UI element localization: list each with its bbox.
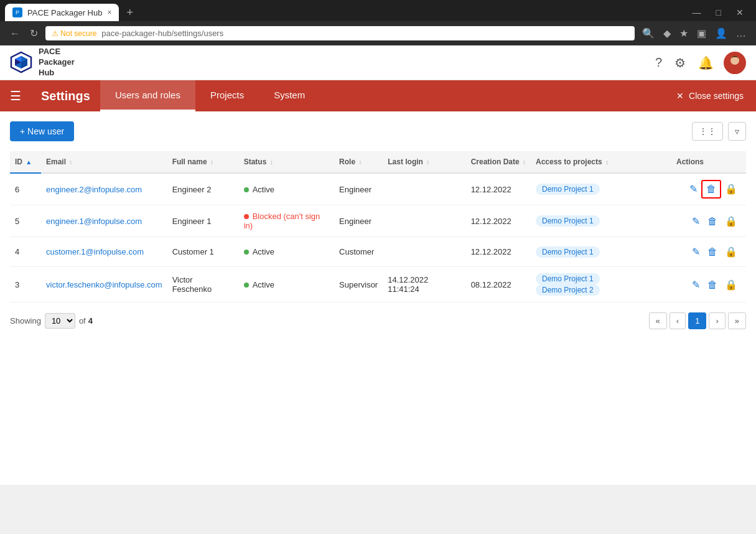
email-link[interactable]: engineer.1@infopulse.com [46, 217, 142, 226]
pagination-bar: Showing 10 25 50 of 4 « ‹ 1 › » [10, 312, 746, 329]
per-page-select[interactable]: 10 25 50 [45, 313, 75, 329]
last-page-btn[interactable]: » [728, 312, 746, 329]
cell-id: 5 [10, 205, 41, 237]
page-1-btn[interactable]: 1 [688, 312, 706, 329]
lock-user-btn[interactable]: 🔒 [721, 180, 741, 197]
lock-user-btn[interactable]: 🔒 [721, 276, 741, 293]
favorites-btn[interactable]: ★ [677, 25, 691, 42]
col-header-lastlogin[interactable]: Last login ↕ [383, 151, 465, 173]
close-btn[interactable]: ✕ [729, 5, 751, 20]
settings-gear-btn[interactable]: ⚙ [672, 53, 688, 73]
help-btn[interactable]: ? [653, 53, 665, 72]
col-header-creationdate[interactable]: Creation Date ↕ [466, 151, 531, 173]
delete-user-btn[interactable]: 🗑 [704, 277, 721, 293]
cell-email[interactable]: engineer.1@infopulse.com [41, 205, 167, 237]
tab-projects[interactable]: Projects [195, 80, 259, 111]
settings-title: Settings [31, 80, 100, 111]
sort-icon-status: ↕ [270, 159, 273, 166]
first-page-btn[interactable]: « [649, 312, 667, 329]
table-row: 4customer.1@infopulse.comCustomer 1Activ… [10, 237, 746, 267]
delete-user-btn[interactable]: 🗑 [704, 213, 721, 230]
settings-bar: ☰ Settings Users and roles Projects Syst… [0, 80, 756, 111]
new-tab-btn[interactable]: + [121, 5, 138, 21]
address-box[interactable]: ⚠ Not secure pace-packager-hub/settings/… [45, 26, 635, 40]
back-btn[interactable]: ← [7, 26, 22, 42]
next-page-btn[interactable]: › [709, 312, 725, 329]
col-header-email[interactable]: Email ↕ [41, 151, 167, 173]
cell-email[interactable]: customer.1@infopulse.com [41, 237, 167, 267]
cell-email[interactable]: engineer.2@infopulse.com [41, 173, 167, 205]
cell-role: Supervisor [334, 267, 383, 302]
cell-email[interactable]: victor.feschenko@infopulse.com [41, 267, 167, 302]
edit-user-btn[interactable]: ✎ [688, 213, 704, 230]
header-actions: ? ⚙ 🔔 [653, 52, 746, 74]
logo-svg [10, 51, 32, 73]
table-row: 3victor.feschenko@infopulse.comVictor Fe… [10, 267, 746, 302]
search-icon-btn[interactable]: 🔍 [640, 25, 657, 42]
cell-id: 3 [10, 267, 41, 302]
cell-last-login [383, 205, 465, 237]
minimize-btn[interactable]: — [685, 5, 709, 20]
total-count: 4 [88, 316, 93, 326]
delete-user-btn[interactable]: 🗑 [704, 244, 721, 260]
address-url: pace-packager-hub/settings/users [101, 29, 223, 38]
sort-icon-role: ↕ [358, 159, 362, 166]
profile-btn[interactable]: 👤 [712, 25, 730, 42]
filter-btn[interactable]: ▿ [728, 122, 746, 141]
refresh-btn[interactable]: ↻ [27, 25, 40, 42]
sort-icon-fullname: ↕ [210, 159, 213, 166]
status-dot [244, 187, 249, 192]
pagination-controls: « ‹ 1 › » [649, 312, 746, 329]
delete-user-btn[interactable]: 🗑 [701, 180, 721, 199]
email-link[interactable]: engineer.2@infopulse.com [46, 185, 142, 194]
close-icon: ✕ [676, 91, 684, 101]
new-user-button[interactable]: + New user [10, 121, 74, 141]
cell-projects: Demo Project 1 [531, 237, 671, 267]
project-badge: Demo Project 1 [536, 246, 600, 258]
cell-status: Active [239, 267, 334, 302]
edit-user-btn[interactable]: ✎ [688, 243, 704, 260]
col-header-projects[interactable]: Access to projects ↕ [531, 151, 671, 173]
status-dot [244, 214, 249, 219]
cell-actions: ✎🗑🔒 [671, 173, 746, 205]
cell-id: 6 [10, 173, 41, 205]
user-avatar[interactable] [724, 52, 746, 74]
edit-user-btn[interactable]: ✎ [688, 276, 704, 293]
edit-user-btn[interactable]: ✎ [686, 180, 701, 197]
sort-icon-projects: ↕ [605, 159, 609, 166]
col-header-fullname[interactable]: Full name ↕ [167, 151, 239, 173]
cell-status: Blocked (can't sign in) [239, 205, 334, 237]
collections-btn[interactable]: ▣ [694, 25, 709, 42]
cell-fullname: Victor Feschenko [167, 267, 239, 302]
maximize-btn[interactable]: □ [709, 5, 729, 20]
tab-users-and-roles[interactable]: Users and roles [100, 80, 195, 111]
cell-status: Active [239, 173, 334, 205]
lock-user-btn[interactable]: 🔒 [721, 213, 741, 230]
project-badge: Demo Project 1 [536, 215, 600, 227]
prev-page-btn[interactable]: ‹ [670, 312, 686, 329]
of-label: of [79, 316, 86, 326]
browser-toolbar: 🔍 ◆ ★ ▣ 👤 … [640, 25, 749, 42]
users-table: ID ▲ Email ↕ Full name ↕ Status ↕ Role ↕… [10, 151, 746, 302]
notifications-btn[interactable]: 🔔 [696, 53, 716, 73]
columns-toggle-btn[interactable]: ⋮⋮ [692, 122, 723, 141]
col-header-id[interactable]: ID ▲ [10, 151, 41, 173]
cell-creation-date: 08.12.2022 [466, 267, 531, 302]
active-tab[interactable]: P PACE Packager Hub × [5, 4, 119, 21]
col-header-role[interactable]: Role ↕ [334, 151, 383, 173]
extensions-btn[interactable]: ◆ [661, 25, 673, 42]
sidebar-toggle-btn[interactable]: ☰ [0, 80, 31, 111]
cell-creation-date: 12.12.2022 [466, 173, 531, 205]
col-header-status[interactable]: Status ↕ [239, 151, 334, 173]
email-link[interactable]: customer.1@infopulse.com [46, 247, 144, 256]
tab-system[interactable]: System [259, 80, 320, 111]
email-link[interactable]: victor.feschenko@infopulse.com [46, 280, 162, 289]
lock-user-btn[interactable]: 🔒 [721, 243, 741, 260]
filter-icon: ▿ [735, 126, 739, 136]
columns-icon: ⋮⋮ [699, 126, 716, 136]
menu-btn[interactable]: … [734, 26, 749, 42]
cell-fullname: Engineer 2 [167, 173, 239, 205]
tab-close-btn[interactable]: × [107, 8, 111, 17]
cell-status: Active [239, 237, 334, 267]
close-settings-btn[interactable]: ✕ Close settings [664, 80, 756, 111]
